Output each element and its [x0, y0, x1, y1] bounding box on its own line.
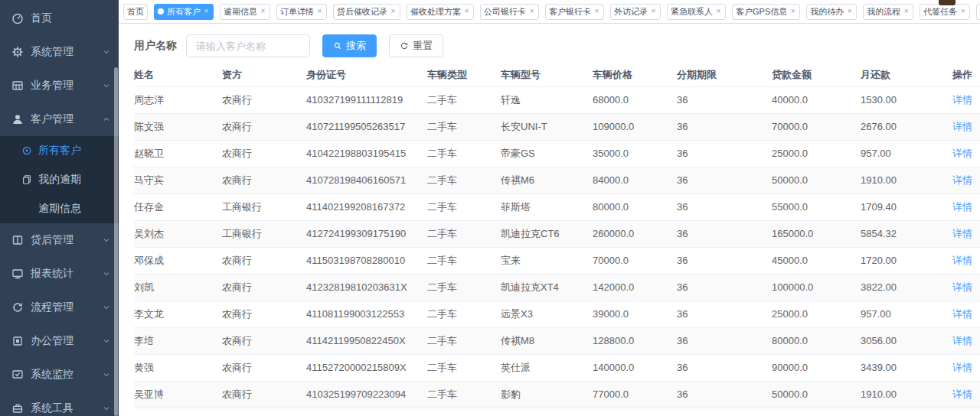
sidebar-item-business-mgmt[interactable]: 业务管理	[0, 69, 119, 102]
sidebar-item-report-stats[interactable]: 报表统计	[0, 257, 119, 291]
tab-label: 紧急联系人	[671, 6, 713, 18]
detail-link[interactable]: 详情	[952, 174, 972, 186]
tab-company-bank-card[interactable]: 公司银行卡 ×	[480, 4, 539, 20]
table-cell: 工商银行	[222, 193, 306, 220]
sidebar-item-system-mgmt[interactable]: 系统管理	[0, 35, 119, 69]
monitor-check-icon	[11, 369, 24, 381]
tab-my-todo[interactable]: 我的待办 ×	[806, 4, 857, 20]
close-icon[interactable]: ×	[260, 8, 266, 15]
close-icon[interactable]: ×	[846, 8, 853, 15]
detail-link[interactable]: 详情	[952, 201, 972, 213]
sidebar-item-loan-mgmt[interactable]: 贷后管理	[0, 223, 119, 257]
customer-table: 姓名资方身份证号车辆类型车辆型号车辆价格分期期限贷款金额月还款操作 周志洋农商行…	[134, 63, 980, 416]
detail-link[interactable]: 详情	[952, 148, 972, 159]
table-cell: 70000.0	[772, 113, 861, 140]
user-avatar-partial[interactable]	[939, 0, 956, 5]
table-cell-action: 详情	[952, 247, 980, 274]
close-icon[interactable]: ×	[715, 8, 722, 15]
detail-link[interactable]: 详情	[952, 281, 972, 293]
close-icon[interactable]: ×	[203, 8, 210, 15]
table-cell: 410325199709223094	[306, 381, 427, 408]
detail-link[interactable]: 详情	[952, 94, 972, 106]
sidebar-item-home[interactable]: 首页	[0, 2, 119, 35]
tab-done-tasks[interactable]: 已办任务 ×	[976, 4, 980, 20]
tab-customer-gps[interactable]: 客户GPS信息 ×	[732, 4, 800, 20]
column-header: 车辆型号	[501, 63, 593, 86]
table-cell: 农商行	[222, 140, 306, 167]
table-cell: 二手车	[427, 220, 501, 247]
sidebar-item-system-monitor[interactable]: 系统监控	[0, 358, 119, 392]
table-cell: 40000.0	[772, 408, 861, 416]
tab-customer-bank-card[interactable]: 客户银行卡 ×	[545, 4, 604, 20]
icon-placeholder	[21, 203, 32, 214]
sidebar-item-label: 系统管理	[31, 45, 102, 59]
sidebar-item-overdue-info[interactable]: 逾期信息	[0, 194, 119, 223]
tab-home[interactable]: 首页	[123, 4, 148, 20]
table-cell: 411402199208167372	[306, 193, 427, 220]
table-cell: 3822.00	[861, 274, 952, 301]
sidebar-item-my-overdue[interactable]: 我的逾期	[0, 165, 119, 194]
table-cell: 260000.0	[593, 220, 677, 247]
detail-link[interactable]: 详情	[952, 308, 972, 320]
detail-link[interactable]: 详情	[952, 362, 972, 373]
table-body: 周志洋农商行410327199111112819二手车轩逸68000.03640…	[134, 86, 980, 416]
reset-button[interactable]: 重置	[389, 34, 443, 57]
sidebar-item-all-customers[interactable]: 所有客户	[0, 136, 119, 165]
detail-link[interactable]: 详情	[952, 388, 972, 400]
tab-collection-records[interactable]: 贷后催收记录 ×	[333, 4, 400, 20]
sidebar-item-system-tools[interactable]: 系统工具	[0, 392, 119, 416]
tab-label: 客户GPS信息	[736, 6, 787, 18]
close-icon[interactable]: ×	[316, 8, 323, 15]
detail-link[interactable]: 详情	[952, 228, 972, 239]
table-cell: 李培	[134, 327, 222, 354]
table-cell-action: 详情	[952, 220, 980, 247]
office-icon	[11, 335, 24, 347]
chevron-down-icon	[102, 236, 111, 245]
table-cell: 40000.0	[772, 86, 861, 113]
tab-visit-records[interactable]: 外访记录 ×	[610, 4, 661, 20]
table-row: 任存金工商银行411402199208167372二手车菲斯塔80000.036…	[134, 193, 980, 220]
column-header: 车辆价格	[593, 63, 677, 86]
tab-label: 代签任务	[923, 6, 957, 18]
table-cell: 农商行	[222, 381, 306, 408]
table-cell: 36	[677, 140, 772, 167]
close-icon[interactable]: ×	[959, 8, 966, 15]
table-cell: 411503198708280010	[306, 247, 427, 274]
tags-view: 首页 所有客户 × 逾期信息 × 订单详情 × 贷后催收记录 × 催收处理方案 …	[119, 0, 980, 24]
table-cell: 吴刘杰	[134, 220, 222, 247]
close-icon[interactable]: ×	[650, 8, 657, 15]
detail-link[interactable]: 详情	[952, 335, 972, 346]
sync-icon	[11, 301, 24, 314]
table-cell: 菲斯塔	[501, 193, 593, 220]
sidebar-item-office-mgmt[interactable]: 办公管理	[0, 324, 119, 358]
table-row-partial: 王书豪农商行410325199711223034二手车轩逸68000.03640…	[134, 408, 980, 416]
tab-label: 逾期信息	[224, 6, 257, 18]
close-icon[interactable]: ×	[593, 8, 600, 15]
close-icon[interactable]: ×	[903, 8, 910, 15]
tab-order-detail[interactable]: 订单详情 ×	[276, 4, 327, 20]
tab-my-process[interactable]: 我的流程 ×	[863, 4, 913, 20]
sidebar-item-process-mgmt[interactable]: 流程管理	[0, 291, 119, 324]
table-cell: 412724199309175190	[306, 220, 427, 247]
sidebar-item-customer-mgmt[interactable]: 客户管理	[0, 102, 119, 136]
table-cell: 140000.0	[593, 354, 677, 381]
content-panel: 用户名称 搜索 重置	[119, 24, 980, 416]
close-icon[interactable]: ×	[528, 8, 535, 15]
tab-collection-plan[interactable]: 催收处理方案 ×	[407, 4, 474, 20]
tab-emergency-contacts[interactable]: 紧急联系人 ×	[667, 4, 726, 20]
customer-name-input[interactable]	[186, 34, 310, 57]
table-cell: 128800.0	[593, 327, 677, 354]
tab-sign-tasks[interactable]: 代签任务 ×	[920, 4, 970, 20]
detail-link[interactable]: 详情	[952, 255, 972, 266]
search-button[interactable]: 搜索	[322, 34, 377, 57]
close-icon[interactable]: ×	[789, 8, 796, 15]
tab-all-customers[interactable]: 所有客户 ×	[154, 4, 214, 20]
table-cell: 刘凯	[134, 274, 222, 301]
detail-link[interactable]: 详情	[952, 121, 972, 132]
table-row: 马守宾农商行410728198406160571二手车传祺M684000.036…	[134, 167, 980, 193]
table-cell: 农商行	[222, 408, 306, 416]
close-icon[interactable]: ×	[463, 8, 470, 15]
sidebar-scrollbar-thumb[interactable]	[114, 67, 118, 416]
tab-overdue-info[interactable]: 逾期信息 ×	[220, 4, 270, 20]
close-icon[interactable]: ×	[390, 8, 397, 15]
